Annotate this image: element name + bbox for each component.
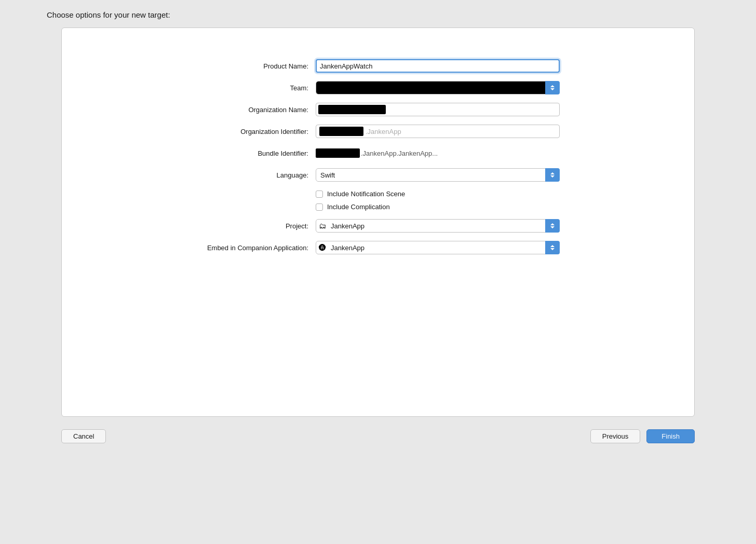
project-row: Project: JankenApp 🗂 [196, 219, 560, 233]
project-select-wrapper: JankenApp 🗂 [316, 219, 560, 233]
complication-row: Include Complication [316, 203, 560, 211]
right-buttons: Previous Finish [590, 429, 695, 443]
team-redacted-value [316, 81, 559, 94]
project-select[interactable]: JankenApp [316, 219, 560, 233]
language-select[interactable]: Swift Objective-C [316, 168, 560, 182]
org-identifier-row: Organization Identifier: .JankenApp [196, 125, 560, 138]
team-select-inner[interactable] [316, 81, 560, 94]
finish-button[interactable]: Finish [646, 429, 695, 443]
team-row: Team: [196, 81, 560, 94]
bundle-id-suffix: .JankenApp.JankenApp... [361, 149, 438, 157]
form-area: Product Name: Team: Organization Name: O… [196, 59, 560, 263]
embed-select[interactable]: JankenApp [316, 241, 560, 254]
page-title: Choose options for your new target: [47, 10, 170, 19]
org-identifier-placeholder: .JankenApp [366, 128, 401, 135]
embed-select-wrapper: JankenApp 🅐 [316, 241, 560, 254]
org-name-input[interactable] [316, 103, 560, 116]
team-select-wrapper [316, 81, 560, 94]
team-label: Team: [196, 84, 316, 92]
product-name-input[interactable] [316, 59, 560, 73]
org-identifier-input[interactable]: .JankenApp [316, 125, 560, 138]
embed-label: Embed in Companion Application: [196, 244, 316, 252]
bundle-identifier-row: Bundle Identifier: .JankenApp.JankenApp.… [196, 146, 560, 160]
cancel-button[interactable]: Cancel [61, 429, 106, 443]
notification-scene-row: Include Notification Scene [316, 190, 560, 198]
bundle-identifier-label: Bundle Identifier: [196, 149, 316, 157]
dialog-container: Product Name: Team: Organization Name: O… [61, 28, 695, 417]
include-notification-checkbox[interactable] [316, 191, 323, 198]
bundle-identifier-value: .JankenApp.JankenApp... [316, 146, 560, 160]
include-notification-label: Include Notification Scene [327, 190, 405, 198]
project-label: Project: [196, 222, 316, 230]
previous-button[interactable]: Previous [590, 429, 641, 443]
org-name-row: Organization Name: [196, 103, 560, 116]
language-label: Language: [196, 171, 316, 179]
org-name-redacted [318, 105, 386, 114]
org-identifier-redacted [319, 127, 363, 136]
language-row: Language: Swift Objective-C [196, 168, 560, 182]
checkboxes-area: Include Notification Scene Include Compl… [316, 190, 560, 211]
org-identifier-label: Organization Identifier: [196, 128, 316, 135]
bundle-id-redacted [316, 148, 360, 158]
org-name-label: Organization Name: [196, 106, 316, 114]
footer-area: Cancel Previous Finish [61, 429, 695, 443]
product-name-label: Product Name: [196, 62, 316, 70]
language-select-wrapper: Swift Objective-C [316, 168, 560, 182]
include-complication-checkbox[interactable] [316, 203, 323, 211]
embed-row: Embed in Companion Application: JankenAp… [196, 241, 560, 254]
product-name-row: Product Name: [196, 59, 560, 73]
include-complication-label: Include Complication [327, 203, 390, 211]
